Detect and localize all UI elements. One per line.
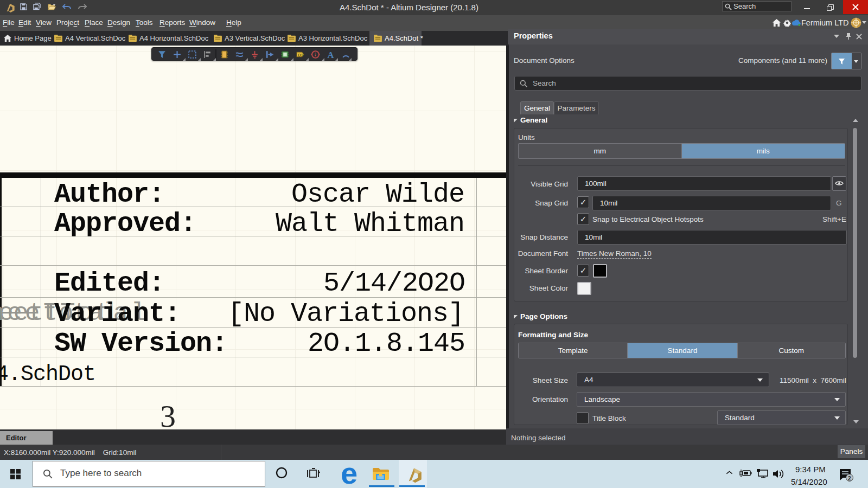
svg-text:2: 2 (848, 476, 851, 481)
svg-text:A: A (327, 50, 334, 59)
svg-text:D1: D1 (298, 53, 303, 57)
